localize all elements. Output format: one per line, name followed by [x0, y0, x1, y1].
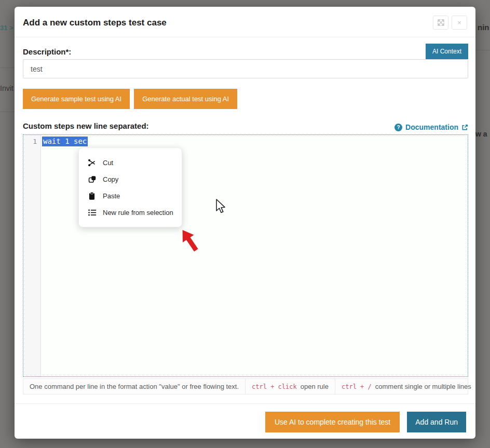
context-menu-label: New rule from selection — [103, 209, 173, 216]
context-menu-label: Paste — [103, 192, 120, 200]
generate-actual-test-button[interactable]: Generate actual test using AI — [134, 89, 237, 109]
add-and-run-button[interactable]: Add and Run — [407, 412, 466, 432]
context-menu-label: Copy — [103, 175, 118, 183]
background-text-fragment-mid: w a — [475, 130, 487, 138]
paste-icon — [87, 191, 97, 200]
editor-gutter: 1 — [23, 135, 41, 376]
context-menu-item-copy[interactable]: Copy — [79, 171, 182, 187]
help-icon: ? — [394, 124, 402, 131]
format-hint: One command per line in the format actio… — [23, 379, 246, 394]
line-number: 1 — [23, 138, 37, 145]
open-rule-hint: ctrl + click open rule — [246, 379, 335, 394]
expand-icon — [436, 18, 445, 28]
description-label: Description*: — [23, 47, 71, 59]
modal-header: Add a new custom steps test case × — [15, 7, 475, 37]
mouse-cursor-icon — [214, 198, 226, 216]
external-link-icon — [461, 124, 468, 131]
background-text-fragment-top: nin — [478, 23, 489, 32]
ctrl-click-shortcut: ctrl + click — [252, 383, 297, 390]
close-icon: × — [457, 19, 461, 26]
comment-hint: ctrl + / comment single or multiple line… — [335, 379, 478, 394]
context-menu-item-cut[interactable]: Cut — [79, 154, 182, 171]
list-icon — [87, 208, 97, 217]
use-ai-complete-button[interactable]: Use AI to complete creating this test — [265, 412, 400, 432]
red-annotation-arrow-icon — [179, 226, 200, 256]
generate-buttons-row: Generate sample test using AI Generate a… — [23, 89, 468, 109]
editor-hint-bar: One command per line in the format actio… — [23, 378, 468, 395]
context-menu-label: Cut — [103, 159, 113, 167]
ctrl-slash-shortcut: ctrl + / — [342, 383, 372, 390]
add-test-case-modal: Add a new custom steps test case × — [15, 7, 475, 439]
background-invite-label: Invit — [0, 84, 13, 92]
custom-steps-label: Custom steps new line separated: — [23, 121, 149, 131]
modal-title: Add a new custom steps test case — [23, 18, 167, 28]
maximize-button[interactable] — [433, 16, 448, 30]
window-controls: × — [433, 16, 467, 30]
background-divider — [0, 67, 15, 68]
modal-body: Description*: AI Context Generate sample… — [15, 37, 475, 395]
generate-sample-test-button[interactable]: Generate sample test using AI — [23, 89, 130, 109]
ai-context-button[interactable]: AI Context — [426, 44, 468, 59]
steps-header-row: Custom steps new line separated: ? Docum… — [23, 121, 468, 131]
documentation-link-label: Documentation — [405, 123, 458, 131]
copy-icon — [87, 174, 97, 184]
modal-footer: Use AI to complete creating this test Ad… — [15, 403, 475, 441]
scissors-icon — [87, 158, 97, 167]
custom-steps-editor[interactable]: 1 wait 1 sec — [23, 134, 468, 377]
close-button[interactable]: × — [452, 16, 467, 30]
editor-context-menu: Cut Copy — [78, 147, 182, 227]
background-breadcrumb: 31 > — [0, 24, 13, 32]
selected-code-text: wait 1 sec — [42, 137, 88, 146]
context-menu-item-new-rule[interactable]: New rule from selection — [79, 204, 182, 221]
background-divider — [0, 112, 15, 112]
description-input[interactable] — [23, 59, 468, 78]
context-menu-item-paste[interactable]: Paste — [79, 187, 182, 204]
description-row: Description*: AI Context — [23, 44, 468, 59]
background-divider — [475, 50, 490, 50]
documentation-link[interactable]: ? Documentation — [394, 123, 468, 131]
